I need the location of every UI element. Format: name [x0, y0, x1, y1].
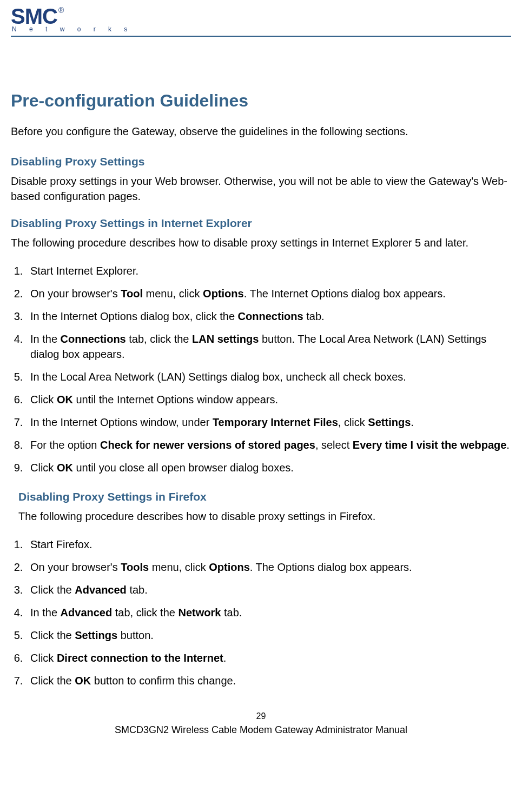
step-text: In the Internet Options window, under	[30, 416, 213, 428]
list-item: In the Internet Options window, under Te…	[26, 415, 511, 430]
firefox-steps-list: Start Firefox. On your browser's Tools m…	[11, 537, 511, 688]
step-bold: LAN settings	[192, 333, 259, 345]
firefox-section: Disabling Proxy Settings in Firefox The …	[18, 490, 511, 524]
step-text: Click	[30, 394, 57, 405]
page-title: Pre-configuration Guidelines	[11, 91, 511, 111]
page-number: 29	[11, 710, 511, 723]
section-body-ie: The following procedure describes how to…	[11, 235, 511, 250]
list-item: For the option Check for newer versions …	[26, 437, 511, 452]
step-text: tab, click the	[112, 607, 178, 618]
step-bold: Connections	[238, 310, 303, 322]
section-heading-proxy: Disabling Proxy Settings	[11, 155, 511, 168]
step-bold: Options	[203, 288, 244, 299]
step-text: button.	[117, 629, 154, 641]
step-text: button to confirm this change.	[91, 675, 236, 687]
step-text: In the	[30, 607, 61, 618]
step-text: until you close all open browser dialog …	[73, 462, 294, 474]
smc-logo: SMC ® N e t w o r k s	[11, 5, 511, 32]
list-item: Click Direct connection to the Internet.	[26, 650, 511, 665]
step-text: , select	[315, 439, 353, 451]
step-bold: OK	[57, 462, 73, 474]
logo-main-text: SMC	[11, 5, 57, 27]
page-header: SMC ® N e t w o r k s	[11, 5, 511, 37]
step-bold: Temporary Internet Files	[213, 416, 338, 428]
logo-top-row: SMC ®	[11, 5, 511, 27]
step-text: Click	[30, 652, 57, 664]
list-item: On your browser's Tool menu, click Optio…	[26, 286, 511, 301]
step-text: In the	[30, 333, 61, 345]
step-bold: Settings	[75, 629, 117, 641]
step-text: On your browser's	[30, 561, 121, 573]
logo-registered-icon: ®	[58, 6, 64, 14]
list-item: In the Connections tab, click the LAN se…	[26, 331, 511, 362]
list-item: Click the Advanced tab.	[26, 582, 511, 597]
step-bold: Network	[178, 607, 221, 618]
page-footer: 29 SMCD3GN2 Wireless Cable Modem Gateway…	[11, 710, 511, 737]
step-text: menu, click	[149, 561, 209, 573]
step-bold: Advanced	[61, 607, 113, 618]
step-text: tab.	[221, 607, 242, 618]
section-heading-ie: Disabling Proxy Settings in Internet Exp…	[11, 217, 511, 230]
step-text: tab.	[127, 584, 148, 596]
list-item: Start Firefox.	[26, 537, 511, 552]
step-text: .	[506, 439, 510, 451]
step-text: On your browser's	[30, 288, 121, 299]
list-item: Click the Settings button.	[26, 628, 511, 643]
step-text: Click the	[30, 675, 75, 687]
step-bold: OK	[57, 394, 73, 405]
step-bold: Check for newer versions of stored pages	[100, 439, 315, 451]
intro-paragraph: Before you configure the Gateway, observ…	[11, 124, 511, 139]
step-bold: Direct connection to the Internet	[57, 652, 223, 664]
step-text: menu, click	[143, 288, 203, 299]
list-item: In the Advanced tab, click the Network t…	[26, 605, 511, 620]
step-text: . The Options dialog box appears.	[250, 561, 412, 573]
step-text: .	[411, 416, 414, 428]
step-text: Click the	[30, 629, 75, 641]
step-text: .	[223, 652, 227, 664]
step-text: , click	[338, 416, 368, 428]
step-bold: Options	[209, 561, 250, 573]
step-text: Start Firefox.	[30, 538, 92, 550]
step-text: tab, click the	[126, 333, 192, 345]
step-bold: Connections	[61, 333, 126, 345]
step-text: Click the	[30, 584, 75, 596]
manual-title: SMCD3GN2 Wireless Cable Modem Gateway Ad…	[115, 724, 407, 735]
step-bold: OK	[75, 675, 91, 687]
list-item: In the Local Area Network (LAN) Settings…	[26, 369, 511, 384]
list-item: Start Internet Explorer.	[26, 263, 511, 278]
list-item: On your browser's Tools menu, click Opti…	[26, 560, 511, 575]
step-text: For the option	[30, 439, 100, 451]
step-text: tab.	[303, 310, 325, 322]
list-item: Click the OK button to confirm this chan…	[26, 673, 511, 688]
document-page: SMC ® N e t w o r k s Pre-configuration …	[0, 0, 522, 748]
step-bold: Settings	[368, 416, 411, 428]
section-body-proxy: Disable proxy settings in your Web brows…	[11, 174, 511, 204]
step-text: Start Internet Explorer.	[30, 265, 138, 277]
section-body-firefox: The following procedure describes how to…	[18, 509, 511, 524]
step-bold: Every time I visit the webpage	[353, 439, 507, 451]
list-item: Click OK until the Internet Options wind…	[26, 392, 511, 407]
step-bold: Tool	[121, 288, 143, 299]
step-text: . The Internet Options dialog box appear…	[244, 288, 446, 299]
ie-steps-list: Start Internet Explorer. On your browser…	[11, 263, 511, 475]
step-bold: Advanced	[75, 584, 127, 596]
step-text: In the Internet Options dialog box, clic…	[30, 310, 238, 322]
step-text: In the Local Area Network (LAN) Settings…	[30, 371, 406, 383]
section-heading-firefox: Disabling Proxy Settings in Firefox	[18, 490, 511, 503]
step-text: Click	[30, 462, 57, 474]
step-bold: Tools	[121, 561, 149, 573]
step-text: until the Internet Options window appear…	[73, 394, 278, 405]
list-item: Click OK until you close all open browse…	[26, 460, 511, 475]
logo-sub-text: N e t w o r k s	[12, 26, 511, 32]
list-item: In the Internet Options dialog box, clic…	[26, 309, 511, 324]
